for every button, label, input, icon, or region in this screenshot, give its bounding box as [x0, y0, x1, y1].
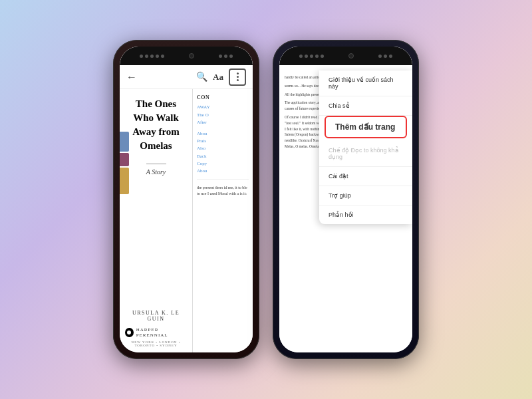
toc-item-3[interactable]: Abou	[197, 130, 249, 138]
context-menu: Giới thiệu về cuốn sách này Chia sẻ Thêm…	[319, 70, 412, 224]
title-divider	[146, 164, 166, 164]
menu-item-read-aloud: Chế độ Đọc to không khả dụng	[319, 141, 412, 167]
thumb-3	[120, 168, 129, 194]
publisher-inner	[127, 331, 131, 334]
thumb-2	[120, 153, 129, 166]
toc-item-6[interactable]: Back	[197, 153, 249, 160]
toc-item-4[interactable]: Prais	[197, 138, 249, 145]
dot-2	[237, 76, 239, 78]
toc-item-2[interactable]: After	[197, 119, 249, 126]
dot-3	[237, 79, 239, 81]
toc-heading: CON	[197, 94, 249, 100]
dot-row-2	[237, 76, 239, 78]
menu-item-feedback[interactable]: Phản hồi	[319, 205, 412, 224]
thumb-1	[120, 132, 129, 152]
signal-dot-3	[150, 55, 154, 58]
font-button-left[interactable]: Aa	[213, 72, 223, 82]
toc-item-away[interactable]: AWAY	[197, 103, 249, 112]
signal-dot-2	[145, 55, 148, 58]
signal-dot-4	[156, 55, 159, 58]
status-bar-right	[279, 47, 412, 65]
dot-1	[237, 72, 239, 74]
toc-item-5[interactable]: Also	[197, 145, 249, 152]
status-indicators-right	[219, 55, 233, 58]
status-indicators-left	[140, 55, 164, 58]
status-bar-left	[120, 47, 253, 65]
dot-row-3	[237, 79, 239, 81]
data-indicator	[229, 55, 233, 58]
content-area-left: The Ones Who Walk Away from Omelas A Sto…	[120, 89, 253, 352]
publisher-cities: New York • London • Toronto • Sydney	[125, 340, 187, 347]
toc-item-7[interactable]: Copy	[197, 160, 249, 168]
r-battery	[378, 55, 382, 58]
r-wifi	[384, 55, 387, 58]
battery-indicator	[219, 55, 222, 58]
app-header-left: ← 🔍 Aa	[120, 65, 253, 89]
menu-item-settings-label: Cài đặt	[329, 173, 348, 180]
menu-item-share[interactable]: Chia sẻ	[319, 96, 412, 116]
book-subtitle: A Story	[146, 168, 166, 176]
phone-right-screen: ← hardly be called an artist, one who ra…	[279, 47, 412, 352]
signal-dot-5	[161, 55, 164, 58]
r-signal-dot-5	[321, 55, 324, 58]
back-button-left[interactable]: ←	[126, 71, 137, 83]
front-camera-left	[189, 53, 194, 59]
publisher-logo: Harper Perennial	[125, 327, 187, 338]
dot-row-1	[237, 72, 239, 74]
book-cover-panel: The Ones Who Walk Away from Omelas A Sto…	[120, 89, 193, 352]
signal-dot-1	[140, 55, 143, 58]
front-camera-right	[348, 53, 354, 59]
menu-item-help-label: Trợ giúp	[329, 192, 351, 199]
menu-item-about-book[interactable]: Giới thiệu về cuốn sách này	[319, 70, 412, 96]
book-author: Ursula K. Le Guin	[125, 310, 187, 322]
menu-item-bookmark[interactable]: Thêm dấu trang	[325, 116, 407, 138]
r-data	[389, 55, 392, 58]
menu-item-settings[interactable]: Cài đặt	[319, 167, 412, 186]
phone-left: ← 🔍 Aa	[113, 40, 259, 359]
more-menu-button-left[interactable]	[229, 68, 246, 86]
menu-item-bookmark-label: Thêm dấu trang	[335, 122, 395, 132]
status-indicators-right-phone	[299, 55, 324, 58]
wifi-indicator	[224, 55, 227, 58]
publisher-name: Harper Perennial	[136, 327, 187, 338]
menu-item-about-book-label: Giới thiệu về cuốn sách này	[329, 76, 394, 90]
publisher-circle	[125, 328, 134, 337]
r-signal-dot-2	[305, 55, 308, 58]
r-status-right	[378, 55, 392, 58]
menu-item-read-aloud-label: Chế độ Đọc to không khả dụng	[329, 147, 399, 160]
r-signal-dot-1	[299, 55, 303, 58]
book-title: The Ones Who Walk Away from Omelas	[125, 97, 187, 153]
shelf-thumbnails	[120, 132, 129, 194]
r-signal-dot-4	[315, 55, 319, 58]
phone-right: ← hardly be called an artist, one who ra…	[273, 40, 419, 359]
menu-item-help[interactable]: Trợ giúp	[319, 186, 412, 205]
toc-item-1[interactable]: The O	[197, 112, 249, 119]
r-signal-dot-3	[310, 55, 313, 58]
menu-item-share-label: Chia sẻ	[329, 102, 350, 109]
search-button-left[interactable]: 🔍	[196, 71, 207, 82]
reading-text-toc: the present thers id me, it to ble to nc…	[197, 185, 249, 197]
toc-panel: CON AWAY The O After Abou Prais Also Bac…	[193, 89, 253, 352]
toc-item-8[interactable]: Abou	[197, 168, 249, 175]
toc-reading-section: the present thers id me, it to ble to nc…	[197, 179, 249, 197]
menu-item-feedback-label: Phản hồi	[329, 211, 354, 218]
phone-left-screen: ← 🔍 Aa	[120, 47, 253, 352]
